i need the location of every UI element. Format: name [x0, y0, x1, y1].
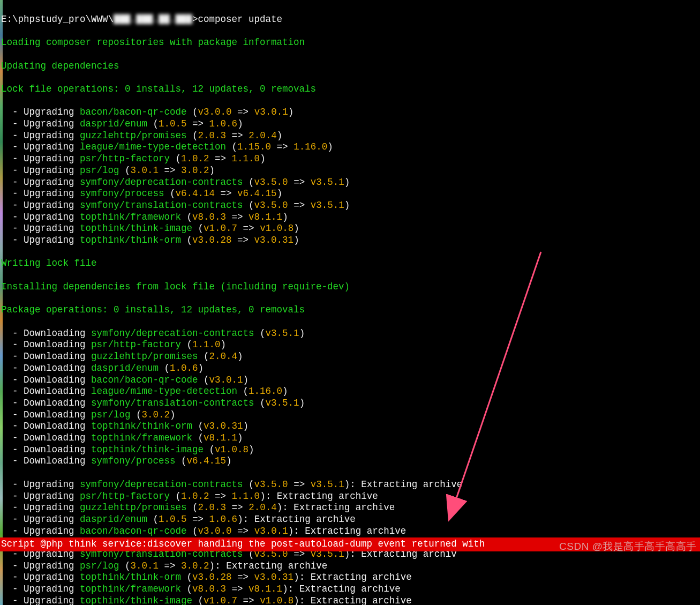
prompt-line: E:\phpstudy_pro\WWW\███.███.██.███>compo… [1, 14, 699, 26]
upgrade-row: - Upgrading topthink/think-orm (v3.0.28 … [1, 572, 699, 584]
upgrade-row: - Upgrading bacon/bacon-qr-code (v3.0.0 … [1, 526, 699, 537]
download-row: - Downloading psr/http-factory (1.1.0) [1, 339, 699, 351]
upgrade-row: - Upgrading league/mime-type-detection (… [1, 141, 699, 153]
cwd-blurred: ███.███.██.███ [114, 14, 192, 25]
download-row: - Downloading symfony/process (v6.4.15) [1, 455, 699, 467]
cwd-prefix: E:\phpstudy_pro\WWW\ [1, 14, 114, 25]
status-loading: Loading composer repositories with packa… [1, 37, 699, 49]
upgrade-row: - Upgrading bacon/bacon-qr-code (v3.0.0 … [1, 107, 699, 118]
download-row: - Downloading topthink/think-orm (v3.0.3… [1, 421, 699, 432]
command-text: >composer update [192, 14, 282, 25]
error-text: Script @php think service:discover handl… [1, 539, 485, 549]
upgrade-row: - Upgrading psr/http-factory (1.0.2 => 1… [1, 491, 699, 503]
upgrade-row: - Upgrading guzzlehttp/promises (2.0.3 =… [1, 130, 699, 142]
download-row: - Downloading symfony/translation-contra… [1, 398, 699, 409]
upgrade-row: - Upgrading psr/log (3.0.1 => 3.0.2): Ex… [1, 561, 699, 572]
download-row: - Downloading psr/log (3.0.2) [1, 409, 699, 421]
status-updating: Updating dependencies [1, 61, 699, 72]
status-writing: Writing lock file [1, 258, 699, 270]
status-installing: Installing dependencies from lock file (… [1, 281, 699, 293]
upgrade-row: - Upgrading topthink/think-orm (v3.0.28 … [1, 235, 699, 247]
upgrade-row: - Upgrading psr/http-factory (1.0.2 => 1… [1, 153, 699, 165]
upgrade-row: - Upgrading symfony/process (v6.4.14 => … [1, 188, 699, 200]
upgrade-row: - Upgrading topthink/think-image (v1.0.7… [1, 223, 699, 235]
upgrade-row: - Upgrading symfony/deprecation-contract… [1, 177, 699, 189]
downloads-list: - Downloading symfony/deprecation-contra… [1, 328, 699, 467]
download-row: - Downloading topthink/framework (v8.1.1… [1, 432, 699, 444]
download-row: - Downloading dasprid/enum (1.0.6) [1, 363, 699, 375]
upgrade-row: - Upgrading topthink/framework (v8.0.3 =… [1, 212, 699, 223]
download-row: - Downloading league/mime-type-detection… [1, 386, 699, 398]
download-row: - Downloading topthink/think-image (v1.0… [1, 444, 699, 456]
upgrade-row: - Upgrading dasprid/enum (1.0.5 => 1.0.6… [1, 514, 699, 526]
upgrade-row: - Upgrading psr/log (3.0.1 => 3.0.2) [1, 165, 699, 177]
download-row: - Downloading bacon/bacon-qr-code (v3.0.… [1, 375, 699, 386]
download-row: - Downloading guzzlehttp/promises (2.0.4… [1, 351, 699, 363]
upgrade-row: - Upgrading symfony/translation-contract… [1, 200, 699, 212]
status-pkg-ops: Package operations: 0 installs, 12 updat… [1, 304, 699, 316]
upgrade-row: - Upgrading topthink/think-image (v1.0.7… [1, 595, 699, 605]
error-line: Script @php think service:discover handl… [0, 537, 700, 551]
terminal-output[interactable]: E:\phpstudy_pro\WWW\███.███.██.███>compo… [0, 0, 700, 605]
download-row: - Downloading symfony/deprecation-contra… [1, 328, 699, 340]
upgrade-row: - Upgrading topthink/framework (v8.0.3 =… [1, 584, 699, 595]
upgrade-row: - Upgrading symfony/deprecation-contract… [1, 479, 699, 491]
upgrade-row: - Upgrading guzzlehttp/promises (2.0.3 =… [1, 502, 699, 514]
upgrade-row: - Upgrading dasprid/enum (1.0.5 => 1.0.6… [1, 118, 699, 130]
status-lock-ops: Lock file operations: 0 installs, 12 upd… [1, 84, 699, 95]
upgrades-list-1: - Upgrading bacon/bacon-qr-code (v3.0.0 … [1, 107, 699, 246]
